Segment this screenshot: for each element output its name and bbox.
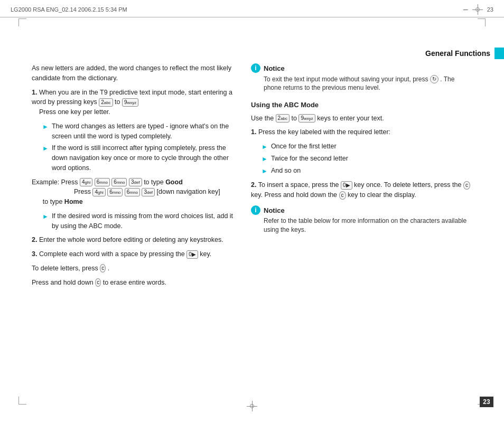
item3-key: key. [200,250,211,258]
abc-title: Using the ABC Mode [251,100,473,110]
key-ex-indent4: 3def [142,188,155,196]
key-c-hold: c [95,278,101,287]
key-ex3: 6mno [111,178,127,186]
abc-item1-text: Press the key labeled with the required … [258,128,390,136]
bullet-text-3: If the desired word is missing from the … [52,211,238,231]
bullet-item-1: ► The word changes as letters are typed … [42,121,238,142]
bullet-list-1: ► The word changes as letters are typed … [42,121,238,173]
intro-text: As new letters are added, the word chang… [32,63,238,83]
abc-bullet-list: ► Once for the first letter ► Twice for … [262,142,473,176]
key-9wxyz: 9wxyz [122,98,138,107]
abc-item2-label: 2. [251,181,256,189]
key-0-space: 0▶ [341,181,352,190]
example-indent: Press 4ghi 6mno 6mno 3def [down navigati… [32,188,220,205]
key-end: ↻ [430,75,438,83]
bullet-list-2: ► If the desired word is missing from th… [42,211,238,231]
abc-item2-text: To insert a space, press the 0▶ key once… [251,181,470,199]
abc-bullet-2: ► Twice for the second letter [262,154,473,164]
notice1-text: To exit the text input mode without savi… [264,75,473,93]
example-label: Example: Press [32,178,78,186]
notice-icon-2: i [251,205,260,215]
example-indent-keys: [down navigation key] [157,188,220,195]
key-c-clear: c [339,191,346,200]
example-keys1: to type [144,178,165,186]
abc-bullet-arrow-1: ► [262,142,268,152]
bullet-arrow-3: ► [42,212,49,221]
item3-text: Complete each word with a space by press… [39,250,185,258]
example-indent-totype: to type [43,198,63,205]
bullet-item-3: ► If the desired word is missing from th… [42,211,238,231]
abc-item-2: 2. To insert a space, press the 0▶ key o… [251,180,473,200]
key-ex4: 3def [129,178,142,186]
left-column: As new letters are added, the word chang… [32,63,238,292]
item-3: 3. Complete each word with a space by pr… [32,249,238,259]
example-word1: Good [165,178,183,186]
abc-bullet-arrow-3: ► [262,166,268,176]
bullet-item-2: ► If the word is still incorrect after t… [42,143,238,173]
key-ex-indent1: 4ghi [92,188,105,196]
item2-label: 2. [32,236,37,243]
item2-text: Enter the whole word before editing or d… [39,236,223,243]
bullet-arrow-2: ► [42,144,49,153]
notice-box-2: i Notice Refer to the table below for mo… [251,205,473,234]
bullet-arrow-1: ► [42,122,49,131]
key-c-small: c [100,264,106,272]
abc-bullet-arrow-2: ► [262,154,268,164]
corner-mark-tr [478,18,486,26]
notice1-title: Notice [264,63,473,74]
notice2-title: Notice [264,205,473,216]
bullet-text-1: The word changes as letters are typed - … [52,121,238,142]
item-1: 1. When you are in the T9 predictive tex… [32,88,238,117]
key-2abc: 2abc [99,98,113,107]
header-left-text: LG2000 RSA ENG_02.14 2006.2.15 5:34 PM [11,6,127,13]
abc-sub-bullet3: And so on [271,166,301,176]
delete-line: To delete letters, press c . [32,264,238,274]
notice-icon-1: i [251,63,260,73]
key-ex1: 4ghi [80,178,92,186]
key-space: 0▶ [186,250,198,259]
corner-mark-bl [18,397,26,405]
bottom-crosshair [247,401,257,411]
key-ex-indent3: 6mno [125,188,140,196]
key-ex-indent2: 6mno [107,188,123,196]
notice-content-1: Notice To exit the text input mode witho… [264,63,473,92]
abc-sub-bullet1: Once for the first letter [271,142,337,152]
item-2: 2. Enter the whole word before editing o… [32,235,238,245]
item3-label: 3. [32,250,37,258]
abc-bullet-1: ► Once for the first letter [262,142,473,152]
header-page-ref: 23 [487,6,493,13]
abc-section: Using the ABC Mode Use the 2abc to 9wxyz… [251,100,473,200]
right-column: i Notice To exit the text input mode wit… [251,63,473,242]
key-9wxyz-r: 9wxyz [298,114,315,123]
bullet-text-2: If the word is still incorrect after typ… [52,143,238,173]
key-c-del: c [463,181,470,190]
key-2abc-r: 2abc [276,114,290,123]
abc-intro-line: Use the 2abc to 9wxyz keys to enter your… [251,114,473,124]
section-title-bar: General Functions [425,48,504,59]
item1-text: When you are in the T9 predictive text i… [32,89,232,106]
page-number: 23 [480,397,493,407]
notice-content-2: Notice Refer to the table below for more… [264,205,473,234]
abc-item-1: 1. Press the key labeled with the requir… [251,127,473,137]
item1-label: 1. [32,89,37,96]
section-title: General Functions [425,49,494,58]
key-ex2: 6mno [95,178,110,186]
header-bar: LG2000 RSA ENG_02.14 2006.2.15 5:34 PM –… [0,4,504,17]
notice-box-1: i Notice To exit the text input mode wit… [251,63,473,92]
notice2-text: Refer to the table below for more inform… [264,217,473,234]
example-block: Example: Press 4ghi 6mno 6mno 3def to ty… [32,177,238,207]
hold-line: Press and hold down c to erase entire wo… [32,278,238,288]
section-title-accent [494,48,504,59]
item1-text3: Press one key per letter. [39,108,110,116]
abc-bullet-3: ► And so on [262,166,473,176]
example-word2: Home [64,198,83,205]
corner-mark-tl [18,18,26,26]
abc-sub-bullet2: Twice for the second letter [271,154,348,164]
abc-item1-label: 1. [251,128,256,136]
